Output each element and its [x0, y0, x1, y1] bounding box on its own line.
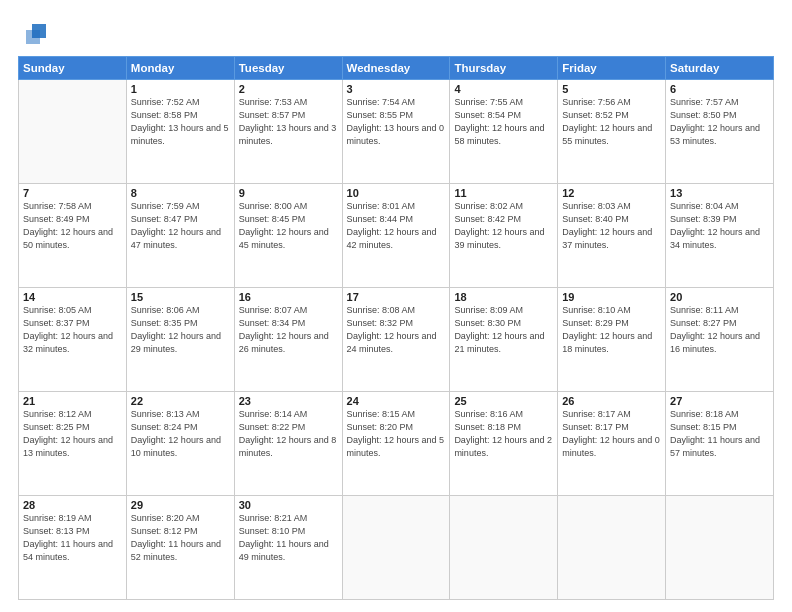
- calendar-day-cell: [450, 496, 558, 600]
- calendar-day-header: Monday: [126, 57, 234, 80]
- calendar-header-row: SundayMondayTuesdayWednesdayThursdayFrid…: [19, 57, 774, 80]
- day-number: 14: [23, 291, 122, 303]
- calendar-day-header: Sunday: [19, 57, 127, 80]
- calendar-day-cell: 14Sunrise: 8:05 AMSunset: 8:37 PMDayligh…: [19, 288, 127, 392]
- logo: [18, 22, 50, 48]
- day-info: Sunrise: 8:15 AMSunset: 8:20 PMDaylight:…: [347, 408, 446, 460]
- page: SundayMondayTuesdayWednesdayThursdayFrid…: [0, 0, 792, 612]
- day-number: 26: [562, 395, 661, 407]
- calendar-day-cell: 8Sunrise: 7:59 AMSunset: 8:47 PMDaylight…: [126, 184, 234, 288]
- day-number: 4: [454, 83, 553, 95]
- day-number: 29: [131, 499, 230, 511]
- day-info: Sunrise: 8:14 AMSunset: 8:22 PMDaylight:…: [239, 408, 338, 460]
- calendar-day-cell: 17Sunrise: 8:08 AMSunset: 8:32 PMDayligh…: [342, 288, 450, 392]
- calendar-day-cell: 11Sunrise: 8:02 AMSunset: 8:42 PMDayligh…: [450, 184, 558, 288]
- day-number: 1: [131, 83, 230, 95]
- calendar-day-cell: 21Sunrise: 8:12 AMSunset: 8:25 PMDayligh…: [19, 392, 127, 496]
- day-number: 16: [239, 291, 338, 303]
- day-info: Sunrise: 8:13 AMSunset: 8:24 PMDaylight:…: [131, 408, 230, 460]
- calendar-week-row: 1Sunrise: 7:52 AMSunset: 8:58 PMDaylight…: [19, 80, 774, 184]
- day-number: 30: [239, 499, 338, 511]
- day-info: Sunrise: 8:18 AMSunset: 8:15 PMDaylight:…: [670, 408, 769, 460]
- calendar-week-row: 14Sunrise: 8:05 AMSunset: 8:37 PMDayligh…: [19, 288, 774, 392]
- day-number: 20: [670, 291, 769, 303]
- day-number: 10: [347, 187, 446, 199]
- day-number: 8: [131, 187, 230, 199]
- svg-marker-1: [26, 30, 40, 44]
- day-number: 11: [454, 187, 553, 199]
- calendar-day-cell: 19Sunrise: 8:10 AMSunset: 8:29 PMDayligh…: [558, 288, 666, 392]
- day-info: Sunrise: 8:11 AMSunset: 8:27 PMDaylight:…: [670, 304, 769, 356]
- calendar-day-header: Tuesday: [234, 57, 342, 80]
- calendar-day-cell: 7Sunrise: 7:58 AMSunset: 8:49 PMDaylight…: [19, 184, 127, 288]
- day-number: 12: [562, 187, 661, 199]
- day-info: Sunrise: 8:07 AMSunset: 8:34 PMDaylight:…: [239, 304, 338, 356]
- day-info: Sunrise: 8:01 AMSunset: 8:44 PMDaylight:…: [347, 200, 446, 252]
- day-info: Sunrise: 8:21 AMSunset: 8:10 PMDaylight:…: [239, 512, 338, 564]
- day-number: 21: [23, 395, 122, 407]
- calendar-day-cell: 25Sunrise: 8:16 AMSunset: 8:18 PMDayligh…: [450, 392, 558, 496]
- calendar-day-header: Saturday: [666, 57, 774, 80]
- calendar-day-cell: 6Sunrise: 7:57 AMSunset: 8:50 PMDaylight…: [666, 80, 774, 184]
- calendar-day-header: Wednesday: [342, 57, 450, 80]
- day-number: 3: [347, 83, 446, 95]
- calendar-day-cell: 24Sunrise: 8:15 AMSunset: 8:20 PMDayligh…: [342, 392, 450, 496]
- calendar-day-cell: [666, 496, 774, 600]
- day-info: Sunrise: 8:04 AMSunset: 8:39 PMDaylight:…: [670, 200, 769, 252]
- day-number: 7: [23, 187, 122, 199]
- day-number: 24: [347, 395, 446, 407]
- calendar-day-cell: 29Sunrise: 8:20 AMSunset: 8:12 PMDayligh…: [126, 496, 234, 600]
- day-number: 2: [239, 83, 338, 95]
- day-info: Sunrise: 8:05 AMSunset: 8:37 PMDaylight:…: [23, 304, 122, 356]
- day-info: Sunrise: 8:02 AMSunset: 8:42 PMDaylight:…: [454, 200, 553, 252]
- day-info: Sunrise: 7:59 AMSunset: 8:47 PMDaylight:…: [131, 200, 230, 252]
- day-number: 18: [454, 291, 553, 303]
- day-info: Sunrise: 8:08 AMSunset: 8:32 PMDaylight:…: [347, 304, 446, 356]
- calendar-day-cell: 30Sunrise: 8:21 AMSunset: 8:10 PMDayligh…: [234, 496, 342, 600]
- calendar-day-cell: 10Sunrise: 8:01 AMSunset: 8:44 PMDayligh…: [342, 184, 450, 288]
- calendar-week-row: 21Sunrise: 8:12 AMSunset: 8:25 PMDayligh…: [19, 392, 774, 496]
- day-info: Sunrise: 7:53 AMSunset: 8:57 PMDaylight:…: [239, 96, 338, 148]
- calendar-day-cell: 9Sunrise: 8:00 AMSunset: 8:45 PMDaylight…: [234, 184, 342, 288]
- calendar-week-row: 7Sunrise: 7:58 AMSunset: 8:49 PMDaylight…: [19, 184, 774, 288]
- day-info: Sunrise: 8:20 AMSunset: 8:12 PMDaylight:…: [131, 512, 230, 564]
- calendar-day-cell: 26Sunrise: 8:17 AMSunset: 8:17 PMDayligh…: [558, 392, 666, 496]
- day-info: Sunrise: 8:03 AMSunset: 8:40 PMDaylight:…: [562, 200, 661, 252]
- day-number: 28: [23, 499, 122, 511]
- day-info: Sunrise: 8:09 AMSunset: 8:30 PMDaylight:…: [454, 304, 553, 356]
- calendar-day-cell: 18Sunrise: 8:09 AMSunset: 8:30 PMDayligh…: [450, 288, 558, 392]
- day-info: Sunrise: 8:00 AMSunset: 8:45 PMDaylight:…: [239, 200, 338, 252]
- day-info: Sunrise: 8:17 AMSunset: 8:17 PMDaylight:…: [562, 408, 661, 460]
- day-info: Sunrise: 8:19 AMSunset: 8:13 PMDaylight:…: [23, 512, 122, 564]
- day-number: 19: [562, 291, 661, 303]
- calendar-day-cell: 15Sunrise: 8:06 AMSunset: 8:35 PMDayligh…: [126, 288, 234, 392]
- calendar-table: SundayMondayTuesdayWednesdayThursdayFrid…: [18, 56, 774, 600]
- logo-icon: [22, 20, 50, 48]
- calendar-day-cell: 22Sunrise: 8:13 AMSunset: 8:24 PMDayligh…: [126, 392, 234, 496]
- day-info: Sunrise: 7:58 AMSunset: 8:49 PMDaylight:…: [23, 200, 122, 252]
- calendar-day-cell: 4Sunrise: 7:55 AMSunset: 8:54 PMDaylight…: [450, 80, 558, 184]
- calendar-day-cell: 1Sunrise: 7:52 AMSunset: 8:58 PMDaylight…: [126, 80, 234, 184]
- day-number: 13: [670, 187, 769, 199]
- day-number: 22: [131, 395, 230, 407]
- day-info: Sunrise: 8:06 AMSunset: 8:35 PMDaylight:…: [131, 304, 230, 356]
- calendar-day-cell: 28Sunrise: 8:19 AMSunset: 8:13 PMDayligh…: [19, 496, 127, 600]
- day-info: Sunrise: 8:16 AMSunset: 8:18 PMDaylight:…: [454, 408, 553, 460]
- calendar-day-cell: 12Sunrise: 8:03 AMSunset: 8:40 PMDayligh…: [558, 184, 666, 288]
- day-number: 25: [454, 395, 553, 407]
- day-info: Sunrise: 7:56 AMSunset: 8:52 PMDaylight:…: [562, 96, 661, 148]
- day-number: 23: [239, 395, 338, 407]
- day-number: 15: [131, 291, 230, 303]
- calendar-day-header: Friday: [558, 57, 666, 80]
- calendar-day-cell: [558, 496, 666, 600]
- header: [18, 18, 774, 48]
- day-info: Sunrise: 7:54 AMSunset: 8:55 PMDaylight:…: [347, 96, 446, 148]
- day-info: Sunrise: 8:12 AMSunset: 8:25 PMDaylight:…: [23, 408, 122, 460]
- calendar-day-cell: 3Sunrise: 7:54 AMSunset: 8:55 PMDaylight…: [342, 80, 450, 184]
- calendar-week-row: 28Sunrise: 8:19 AMSunset: 8:13 PMDayligh…: [19, 496, 774, 600]
- calendar-day-cell: 2Sunrise: 7:53 AMSunset: 8:57 PMDaylight…: [234, 80, 342, 184]
- calendar-day-cell: [19, 80, 127, 184]
- calendar-day-cell: 27Sunrise: 8:18 AMSunset: 8:15 PMDayligh…: [666, 392, 774, 496]
- day-info: Sunrise: 7:52 AMSunset: 8:58 PMDaylight:…: [131, 96, 230, 148]
- day-number: 27: [670, 395, 769, 407]
